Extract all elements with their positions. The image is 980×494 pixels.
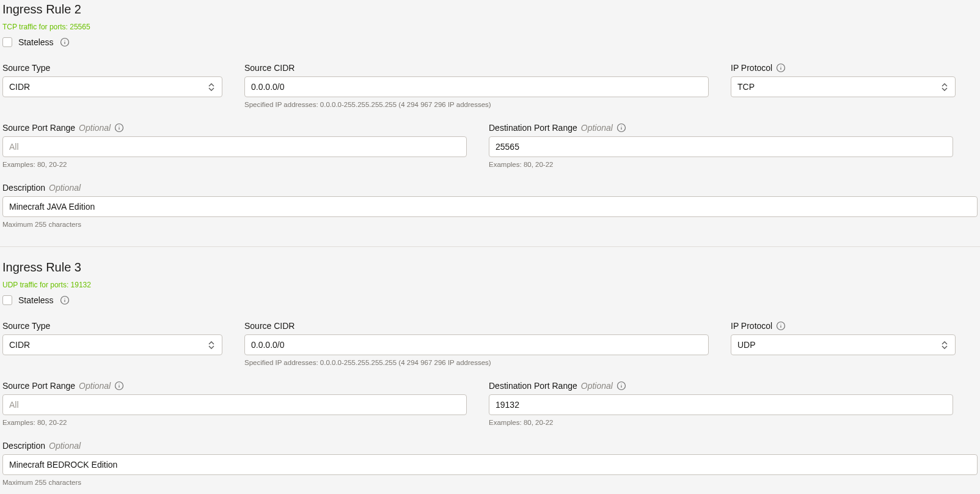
description-input[interactable] — [2, 454, 978, 475]
description-helper: Maximum 255 characters — [2, 221, 978, 228]
svg-point-23 — [621, 383, 621, 384]
source-type-value: CIDR — [9, 82, 30, 92]
ip-protocol-label: IP Protocol — [731, 63, 772, 73]
info-icon[interactable] — [114, 123, 124, 133]
optional-label: Optional — [581, 381, 613, 391]
ingress-rule-3: Ingress Rule 3 UDP traffic for ports: 19… — [0, 258, 980, 494]
rule-title: Ingress Rule 2 — [2, 2, 978, 17]
stateless-checkbox[interactable] — [2, 37, 12, 47]
source-type-select[interactable]: CIDR — [2, 334, 222, 355]
svg-point-20 — [119, 383, 120, 384]
ip-protocol-value: UDP — [737, 340, 756, 350]
source-cidr-label: Source CIDR — [244, 63, 709, 73]
chevron-updown-icon — [208, 340, 216, 350]
optional-label: Optional — [79, 123, 111, 133]
stateless-label: Stateless — [18, 37, 54, 47]
optional-label: Optional — [49, 183, 81, 193]
ingress-rule-2: Ingress Rule 2 TCP traffic for ports: 25… — [0, 0, 980, 239]
description-label: Description — [2, 183, 45, 193]
source-cidr-input[interactable] — [244, 76, 709, 97]
info-icon[interactable] — [776, 63, 786, 73]
rule-summary: UDP traffic for ports: 19132 — [2, 281, 978, 289]
info-icon[interactable] — [60, 37, 70, 47]
source-cidr-label: Source CIDR — [244, 321, 709, 331]
optional-label: Optional — [49, 441, 81, 451]
source-port-input[interactable] — [2, 394, 467, 415]
source-cidr-helper: Specified IP addresses: 0.0.0.0-255.255.… — [244, 359, 709, 366]
svg-point-11 — [621, 125, 621, 126]
info-icon[interactable] — [114, 381, 124, 391]
source-type-select[interactable]: CIDR — [2, 76, 222, 97]
dest-port-input[interactable] — [489, 394, 953, 415]
chevron-updown-icon — [942, 82, 949, 92]
ip-protocol-select[interactable]: TCP — [731, 76, 956, 97]
chevron-updown-icon — [208, 82, 216, 92]
svg-point-14 — [64, 298, 65, 298]
port-helper: Examples: 80, 20-22 — [489, 161, 953, 168]
rule-title: Ingress Rule 3 — [2, 260, 978, 275]
info-icon[interactable] — [60, 295, 70, 305]
port-helper: Examples: 80, 20-22 — [2, 419, 467, 426]
svg-point-5 — [781, 65, 781, 66]
description-input[interactable] — [2, 196, 978, 217]
ip-protocol-value: TCP — [737, 82, 755, 92]
optional-label: Optional — [79, 381, 111, 391]
source-port-input[interactable] — [2, 136, 467, 157]
port-helper: Examples: 80, 20-22 — [489, 419, 953, 426]
info-icon[interactable] — [776, 321, 786, 331]
chevron-updown-icon — [942, 340, 949, 350]
dest-port-input[interactable] — [489, 136, 953, 157]
svg-point-2 — [64, 40, 65, 40]
optional-label: Optional — [581, 123, 613, 133]
stateless-label: Stateless — [18, 295, 54, 305]
port-helper: Examples: 80, 20-22 — [2, 161, 467, 168]
source-type-value: CIDR — [9, 340, 30, 350]
source-port-label: Source Port Range — [2, 123, 75, 133]
source-port-label: Source Port Range — [2, 381, 75, 391]
source-cidr-input[interactable] — [244, 334, 709, 355]
svg-point-8 — [119, 125, 120, 126]
dest-port-label: Destination Port Range — [489, 381, 577, 391]
info-icon[interactable] — [616, 123, 626, 133]
source-type-label: Source Type — [2, 63, 222, 73]
description-label: Description — [2, 441, 45, 451]
ip-protocol-select[interactable]: UDP — [731, 334, 956, 355]
source-type-label: Source Type — [2, 321, 222, 331]
ip-protocol-label: IP Protocol — [731, 321, 772, 331]
stateless-checkbox[interactable] — [2, 295, 12, 305]
info-icon[interactable] — [616, 381, 626, 391]
dest-port-label: Destination Port Range — [489, 123, 577, 133]
rule-summary: TCP traffic for ports: 25565 — [2, 23, 978, 31]
description-helper: Maximum 255 characters — [2, 479, 978, 486]
svg-point-17 — [781, 323, 781, 324]
source-cidr-helper: Specified IP addresses: 0.0.0.0-255.255.… — [244, 101, 709, 108]
rule-divider — [0, 246, 980, 247]
